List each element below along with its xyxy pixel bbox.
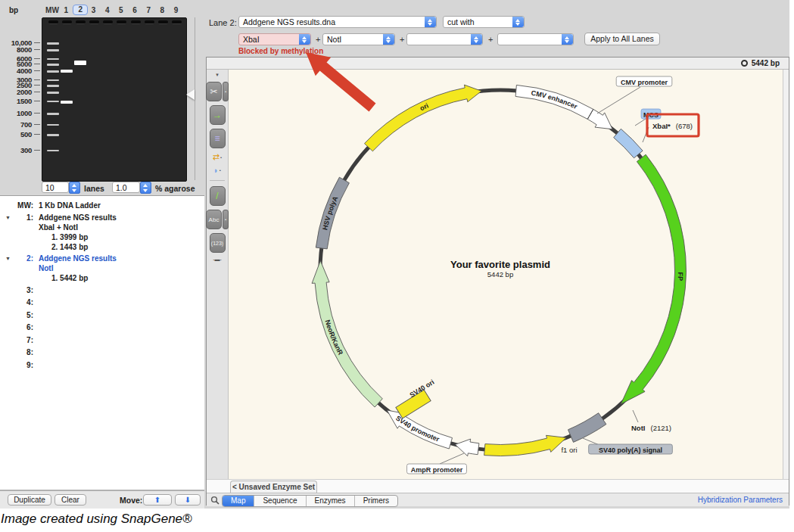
lane-document-name: Addgene NGS results — [39, 213, 117, 222]
gel-ladder-band — [47, 70, 59, 73]
disclosure-spacer — [0, 336, 15, 345]
lane-list-row[interactable]: ▼1:Addgene NGS resultsXbaI + NotI1. 3999… — [0, 213, 204, 252]
gel-axis-label: 1000 — [3, 109, 32, 117]
move-up-button[interactable]: ⬆ — [143, 494, 172, 506]
collapse-chevron-icon[interactable]: ▾ — [216, 72, 219, 78]
lane-entry-body: Addgene NGS resultsNotI1. 5442 bp — [39, 254, 117, 283]
gel-image — [42, 17, 187, 182]
duplicate-button[interactable]: Duplicate — [8, 494, 51, 506]
fragment-size: 1. 5442 bp — [51, 274, 117, 283]
gel-lane-header-2[interactable]: 2 — [73, 5, 88, 15]
toolbar-separator — [210, 180, 225, 181]
hybridization-parameters-link[interactable]: Hybridization Parameters — [698, 496, 783, 504]
disclosure-spacer — [0, 323, 15, 332]
lane-list-row[interactable]: 6: — [0, 323, 204, 332]
lane-list-row[interactable]: 7: — [0, 336, 204, 345]
gel-time-slider-track[interactable] — [195, 17, 195, 180]
gel-ladder-band — [47, 85, 59, 87]
enzyme-select-2[interactable]: NotI — [322, 33, 395, 45]
move-down-button[interactable]: ⬇ — [175, 494, 201, 506]
abc-options-button[interactable]: • — [223, 210, 229, 229]
lane-number: 4: — [15, 298, 33, 307]
search-icon[interactable] — [210, 496, 220, 505]
lane-list-row[interactable]: 8: — [0, 348, 204, 357]
enzyme-select-4[interactable] — [497, 33, 574, 45]
disclosure-triangle-icon[interactable]: ▼ — [0, 254, 15, 283]
scissors-icon: ✂ — [210, 87, 217, 96]
annotate-button[interactable]: / — [210, 186, 226, 206]
tab-map[interactable]: Map — [223, 496, 254, 506]
orf-crescent-icon[interactable]: ◗ — [213, 166, 219, 175]
gel-lane-header-5[interactable]: 5 — [114, 6, 128, 14]
gel-time-slider-thumb[interactable] — [186, 89, 195, 100]
gel-lane-header-6[interactable]: 6 — [128, 6, 142, 14]
gel-well — [76, 20, 86, 24]
enzyme-select-3[interactable] — [406, 33, 483, 45]
gel-lane-header-7[interactable]: 7 — [142, 6, 155, 14]
ruler-icon[interactable]: -▬- — [213, 257, 222, 262]
gel-well — [117, 20, 126, 24]
gel-lane-header-3[interactable]: 3 — [87, 6, 101, 14]
methylation-warning: Blocked by methylation — [238, 47, 323, 55]
enzyme-select-1[interactable]: XbaI — [238, 33, 311, 45]
enzyme-select-2-stepper — [383, 34, 394, 45]
agarose-stepper[interactable] — [140, 182, 151, 194]
tab-sequence[interactable]: Sequence — [254, 496, 306, 506]
numbering-button[interactable]: (123) — [210, 233, 226, 253]
lanes-count-field[interactable]: 10 — [42, 182, 69, 193]
gel-lane-header-4[interactable]: 4 — [101, 6, 114, 14]
translate-arrows-icon[interactable]: ⇄ — [213, 152, 220, 162]
enzyme-set-tab[interactable]: < Unsaved Enzyme Set > — [230, 481, 317, 493]
lane-number: 6: — [15, 323, 33, 332]
gel-ladder-band — [47, 134, 59, 136]
abc-labels-button[interactable]: Abc — [206, 210, 222, 229]
lane-number: 7: — [15, 336, 33, 345]
document-select[interactable]: Addgene NGS results.dna — [238, 16, 437, 28]
gel-ladder-band — [47, 64, 59, 66]
lane-list-row[interactable]: 4: — [0, 298, 204, 307]
cut-with-select[interactable]: cut with — [443, 16, 525, 28]
disclosure-triangle-icon[interactable]: ▼ — [0, 213, 15, 252]
lanes-count-stepper[interactable] — [69, 182, 80, 194]
tab-enzymes[interactable]: Enzymes — [307, 496, 355, 506]
abc-icon: Abc — [209, 216, 220, 223]
gel-lane-header-1[interactable]: 1 — [59, 6, 73, 14]
gel-well — [103, 20, 113, 24]
gel-well — [158, 20, 168, 24]
gel-lane-header-9[interactable]: 9 — [170, 6, 183, 14]
primers-button[interactable]: ≡ — [210, 129, 226, 148]
apply-all-lanes-button[interactable]: Apply to All Lanes — [584, 33, 660, 45]
lane-list-row[interactable]: MW:1 Kb DNA Ladder — [0, 201, 204, 210]
disclosure-spacer — [0, 298, 15, 307]
lane-results-list: MW:1 Kb DNA Ladder▼1:Addgene NGS results… — [0, 195, 204, 490]
clear-button[interactable]: Clear — [54, 494, 86, 506]
diagonal-line-icon: / — [216, 191, 218, 201]
lane-number: 9: — [15, 361, 33, 370]
lane-list-row[interactable]: 9: — [0, 361, 204, 370]
gel-axis-label: 8000 — [3, 45, 32, 54]
enzymes-options-button[interactable]: • — [223, 82, 229, 101]
features-button[interactable]: → — [210, 105, 226, 125]
map-vertical-scrollbar[interactable] — [783, 70, 789, 479]
disclosure-spacer — [0, 361, 15, 370]
map-header-bar: 5442 bp — [207, 58, 789, 70]
gel-axis-label: 1500 — [3, 97, 32, 105]
lane-list-row[interactable]: 3: — [0, 286, 204, 295]
lane-entry-body: Addgene NGS resultsXbaI + NotI1. 3999 bp… — [39, 213, 117, 252]
agarose-field[interactable]: 1.0 — [112, 182, 140, 193]
gel-axis-label: 500 — [3, 130, 32, 138]
up-arrow-icon: ⬆ — [154, 496, 160, 504]
lane-list-row[interactable]: 5: — [0, 311, 204, 320]
gel-well — [145, 20, 154, 24]
orf-options-button[interactable]: • — [220, 168, 221, 173]
lane-list-row[interactable]: ▼2:Addgene NGS resultsNotI1. 5442 bp — [0, 254, 204, 283]
gel-ladder-band — [47, 113, 59, 115]
enzymes-scissors-button[interactable]: ✂ — [206, 82, 222, 101]
circular-topology-icon — [741, 60, 748, 67]
enzyme-set-strip: < Unsaved Enzyme Set > — [207, 479, 789, 493]
lane-number: 1: — [15, 213, 33, 252]
translate-options-button[interactable]: • — [220, 155, 222, 160]
gel-lane-header-MW[interactable]: MW — [45, 6, 59, 14]
tab-primers[interactable]: Primers — [355, 496, 397, 506]
gel-lane-header-8[interactable]: 8 — [155, 6, 169, 14]
